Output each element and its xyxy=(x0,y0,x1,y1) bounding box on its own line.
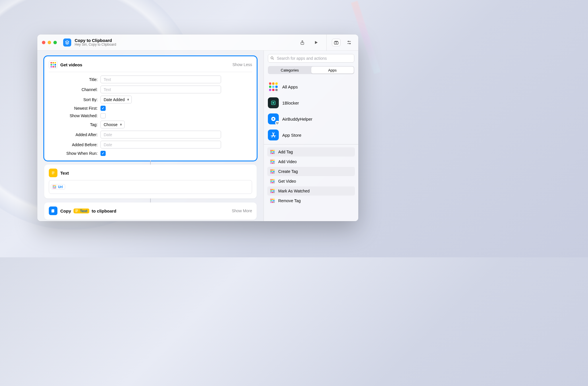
app-label: 1Blocker xyxy=(282,101,299,105)
action-label: Get Video xyxy=(278,179,296,184)
action-title: Text xyxy=(60,171,69,175)
svg-point-3 xyxy=(350,43,351,44)
action-row-create-tag[interactable]: Create Tag xyxy=(267,167,355,176)
app-grid-icon xyxy=(52,185,57,189)
label-sortby: Sort By: xyxy=(49,97,98,102)
variable-label: Text xyxy=(80,209,88,213)
maximize-button[interactable] xyxy=(53,41,57,44)
label-addedafter: Added After: xyxy=(49,132,98,137)
apps-list[interactable]: All Apps 1Blocker AirBuddyHelper xyxy=(264,77,358,143)
svg-rect-10 xyxy=(272,102,274,104)
app-grid-icon xyxy=(270,198,275,204)
traffic-lights xyxy=(42,41,57,44)
window-title: Copy to Clipboard xyxy=(75,38,116,43)
variable-text[interactable]: Text xyxy=(74,209,90,213)
airbuddy-icon xyxy=(268,113,279,124)
input-addedafter[interactable] xyxy=(100,131,221,138)
app-actions-list[interactable]: Add Tag Add Video Create Tag Get Video M… xyxy=(264,144,358,221)
input-title[interactable] xyxy=(100,76,221,83)
titlebar: Copy to Clipboard Hey Siri, Copy to Clip… xyxy=(37,34,358,51)
action-label: Add Video xyxy=(278,159,297,164)
all-apps-icon xyxy=(268,81,279,92)
app-row-appstore[interactable]: App Store xyxy=(268,127,354,143)
action-get-videos[interactable]: Get videos Show Less Title: Channel: Sor… xyxy=(44,56,257,161)
connector xyxy=(150,198,151,202)
1blocker-icon xyxy=(268,97,279,108)
select-sortby-value: Date Added xyxy=(104,97,125,102)
action-row-add-video[interactable]: Add Video xyxy=(267,157,355,166)
search-input[interactable] xyxy=(268,54,354,63)
show-more-button[interactable]: Show More xyxy=(232,209,252,213)
svg-point-14 xyxy=(276,122,277,123)
action-text[interactable]: Text Url xyxy=(44,165,257,198)
settings-button[interactable] xyxy=(345,40,354,45)
input-channel[interactable] xyxy=(100,86,221,93)
svg-point-15 xyxy=(278,122,278,123)
app-label: All Apps xyxy=(282,84,298,89)
run-button[interactable] xyxy=(311,38,321,47)
editor-canvas[interactable]: Get videos Show Less Title: Channel: Sor… xyxy=(37,51,264,221)
checkbox-newestfirst[interactable] xyxy=(100,106,106,111)
label-tag: Tag: xyxy=(49,122,98,127)
action-row-remove-tag[interactable]: Remove Tag xyxy=(267,196,355,205)
svg-point-2 xyxy=(348,41,349,42)
label-showwatched: Show Watched: xyxy=(49,113,98,118)
action-label: Remove Tag xyxy=(278,198,301,203)
app-grid-icon xyxy=(270,159,275,165)
select-tag-value: Choose xyxy=(104,122,117,127)
app-grid-icon xyxy=(49,60,57,69)
app-grid-icon xyxy=(270,188,275,194)
label-addedbefore: Added Before: xyxy=(49,142,98,147)
variable-url[interactable]: Url xyxy=(51,184,65,190)
window-subtitle: Hey Siri, Copy to Clipboard xyxy=(75,43,116,47)
window: Copy to Clipboard Hey Siri, Copy to Clip… xyxy=(37,34,358,221)
segment-categories[interactable]: Categories xyxy=(268,67,311,74)
select-tag[interactable]: Choose ▲▼ xyxy=(100,121,125,128)
checkbox-showwhenrun[interactable] xyxy=(100,151,106,156)
copy-prefix: Copy xyxy=(60,209,71,213)
svg-point-12 xyxy=(272,118,274,120)
share-button[interactable] xyxy=(297,38,307,47)
variable-label: Url xyxy=(58,185,63,189)
segment-control: Categories Apps xyxy=(268,66,354,74)
action-row-get-video[interactable]: Get Video xyxy=(267,177,355,186)
input-addedbefore[interactable] xyxy=(100,141,221,148)
label-channel: Channel: xyxy=(49,87,98,92)
app-label: App Store xyxy=(282,133,301,138)
minimize-button[interactable] xyxy=(48,41,51,44)
app-grid-icon xyxy=(270,169,275,174)
sidebar: Categories Apps All Apps xyxy=(264,51,358,221)
action-copy[interactable]: Copy Text to clipboard Show More xyxy=(44,202,257,220)
app-row-all-apps[interactable]: All Apps xyxy=(268,79,354,95)
app-grid-icon xyxy=(270,178,275,184)
clipboard-icon xyxy=(49,206,57,215)
action-label: Create Tag xyxy=(278,169,298,174)
label-showwhenrun: Show When Run: xyxy=(49,151,98,156)
appstore-icon xyxy=(268,130,279,140)
copy-suffix: to clipboard xyxy=(92,209,116,213)
connector xyxy=(150,161,151,165)
shortcut-icon xyxy=(63,38,71,47)
svg-point-13 xyxy=(275,121,280,125)
library-button[interactable] xyxy=(332,39,341,46)
app-row-1blocker[interactable]: 1Blocker xyxy=(268,95,354,111)
action-row-mark-watched[interactable]: Mark As Watched xyxy=(267,186,355,196)
app-label: AirBuddyHelper xyxy=(282,117,312,121)
action-label: Mark As Watched xyxy=(278,189,310,193)
chevron-updown-icon: ▲▼ xyxy=(127,99,129,101)
text-icon xyxy=(49,169,57,177)
action-label: Add Tag xyxy=(278,150,293,154)
segment-apps[interactable]: Apps xyxy=(311,67,354,74)
svg-rect-7 xyxy=(52,209,54,213)
checkbox-showwatched[interactable] xyxy=(100,113,106,118)
app-grid-icon xyxy=(270,149,275,155)
select-sortby[interactable]: Date Added ▲▼ xyxy=(100,96,132,103)
text-body[interactable]: Url xyxy=(49,180,252,194)
action-title: Get videos xyxy=(60,62,82,67)
label-newestfirst: Newest First: xyxy=(49,106,98,111)
app-row-airbuddy[interactable]: AirBuddyHelper xyxy=(268,111,354,127)
action-row-add-tag[interactable]: Add Tag xyxy=(267,147,355,157)
show-less-button[interactable]: Show Less xyxy=(233,62,252,67)
close-button[interactable] xyxy=(42,41,45,44)
chevron-updown-icon: ▲▼ xyxy=(120,123,122,126)
